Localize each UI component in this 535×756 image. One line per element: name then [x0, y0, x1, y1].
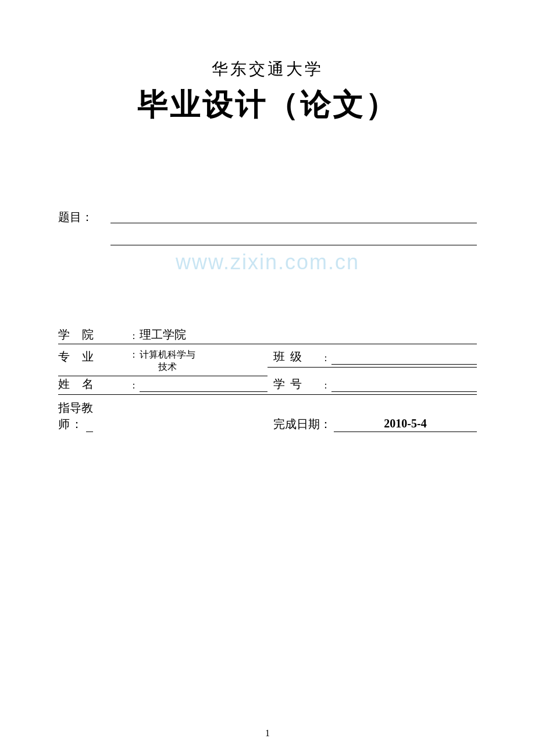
form-section: 题目： 学 院 ： 理工学院 专 业 ： 计算机科 — [58, 207, 477, 432]
advisor-colon: ： — [71, 416, 83, 432]
major-colon: ： — [129, 349, 138, 361]
completion-date-value: 2010-5-4 — [334, 417, 477, 432]
student-id-field[interactable] — [331, 377, 477, 392]
name-colon: ： — [129, 380, 138, 392]
topic-field-1[interactable] — [110, 207, 477, 223]
major-label: 专 业 — [58, 349, 128, 365]
student-id-label: 学 号 — [273, 376, 320, 392]
advisor-section: 指导教 师 ： — [58, 400, 268, 432]
major-value-line2: 技术 — [158, 361, 177, 373]
class-label: 班 级 — [273, 349, 320, 365]
major-value-block: 计算机科学与 技术 — [140, 349, 195, 373]
page-number: 1 — [265, 728, 270, 739]
advisor-date-row: 指导教 师 ： 完成日期： 2010-5-4 — [58, 400, 477, 432]
college-value: 理工学院 — [140, 327, 477, 343]
advisor-field[interactable] — [86, 417, 93, 432]
major-class-row: 专 业 ： 计算机科学与 技术 班 级 ： — [58, 349, 477, 376]
date-section: 完成日期： 2010-5-4 — [268, 416, 477, 432]
student-id-colon: ： — [321, 380, 330, 392]
advisor-label: 指导教 师 ： — [58, 400, 93, 432]
info-section: 学 院 ： 理工学院 专 业 ： 计算机科学与 技术 班 级 — [58, 327, 477, 432]
class-field[interactable] — [331, 350, 477, 365]
class-colon: ： — [321, 352, 330, 365]
thesis-title: 毕业设计（论文） — [137, 85, 398, 126]
completion-date-label: 完成日期： — [273, 416, 331, 432]
topic-row: 题目： — [58, 207, 477, 245]
college-row: 学 院 ： 理工学院 — [58, 327, 477, 344]
student-id-section: 学 号 ： — [268, 376, 477, 395]
name-section: 姓 名 ： — [58, 376, 268, 395]
topic-label: 题目： — [58, 207, 105, 225]
university-name: 华东交通大学 — [212, 58, 323, 80]
document-page: 华东交通大学 毕业设计（论文） www.zixin.com.cn 题目： 学 院… — [0, 0, 535, 756]
advisor-label-line2: 师 — [58, 416, 70, 432]
name-label: 姓 名 — [58, 376, 128, 392]
advisor-label-line1: 指导教 — [58, 400, 93, 416]
topic-lines — [110, 207, 477, 245]
major-value-line1: 计算机科学与 — [140, 349, 195, 361]
college-colon: ： — [129, 330, 138, 343]
major-left: 专 业 ： 计算机科学与 技术 — [58, 349, 268, 376]
name-field[interactable] — [140, 377, 268, 392]
name-id-row: 姓 名 ： 学 号 ： — [58, 376, 477, 395]
topic-field-2[interactable] — [110, 229, 477, 245]
class-section: 班 级 ： — [268, 349, 477, 368]
college-label: 学 院 — [58, 327, 128, 343]
